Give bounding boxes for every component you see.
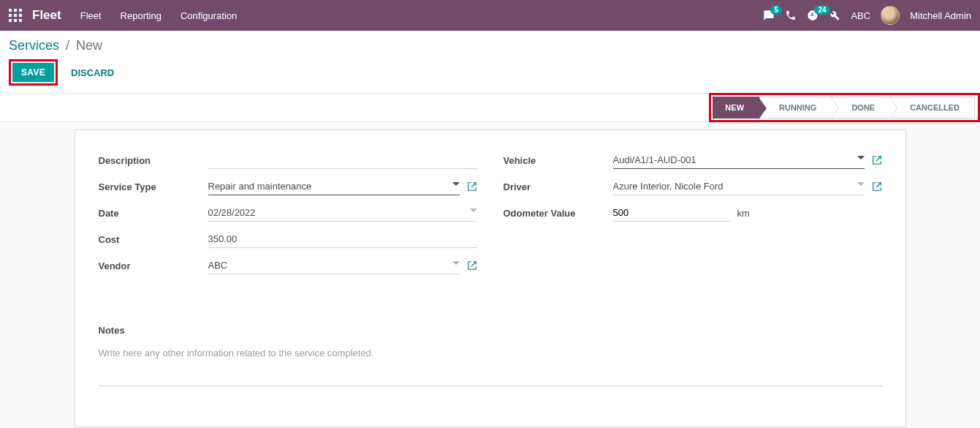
- left-column: Description Service Type D: [99, 151, 477, 282]
- messages-button[interactable]: 5: [763, 10, 775, 21]
- notes-textarea[interactable]: [99, 345, 882, 386]
- statusbar-highlight: NEW RUNNING DONE CANCELLED: [709, 93, 980, 122]
- form-area: Description Service Type D: [0, 122, 980, 427]
- date-label: Date: [99, 208, 208, 219]
- svg-rect-4: [14, 14, 17, 17]
- status-done[interactable]: DONE: [832, 97, 890, 119]
- save-highlight: SAVE: [9, 59, 58, 86]
- menu-configuration[interactable]: Configuration: [181, 10, 237, 21]
- svg-rect-8: [19, 19, 22, 22]
- breadcrumb-root[interactable]: Services: [9, 38, 59, 53]
- description-label: Description: [99, 155, 208, 166]
- odometer-unit: km: [737, 208, 750, 219]
- description-input[interactable]: [208, 151, 477, 169]
- service-type-input[interactable]: [208, 178, 460, 195]
- phone-button[interactable]: [785, 10, 797, 21]
- status-cancelled[interactable]: CANCELLED: [890, 97, 975, 119]
- status-row: NEW RUNNING DONE CANCELLED: [0, 94, 980, 122]
- breadcrumb: Services / New: [9, 38, 971, 53]
- vehicle-external-link[interactable]: [872, 155, 882, 165]
- notes-heading: Notes: [99, 325, 882, 336]
- messages-badge: 5: [770, 5, 782, 15]
- notes-section: Notes: [99, 325, 882, 388]
- driver-external-link[interactable]: [872, 181, 882, 192]
- right-column: Vehicle Driver: [504, 151, 882, 282]
- phone-icon: [785, 10, 797, 21]
- driver-input[interactable]: [613, 178, 865, 195]
- menu-reporting[interactable]: Reporting: [121, 10, 162, 21]
- status-running[interactable]: RUNNING: [759, 97, 832, 119]
- menu-fleet[interactable]: Fleet: [80, 10, 102, 21]
- status-new[interactable]: NEW: [713, 97, 759, 119]
- svg-rect-3: [9, 14, 12, 17]
- form-sheet: Description Service Type D: [75, 129, 906, 427]
- app-brand[interactable]: Fleet: [32, 8, 61, 23]
- save-button[interactable]: SAVE: [12, 63, 54, 82]
- wrench-icon: [829, 10, 840, 21]
- breadcrumb-current: New: [76, 38, 102, 53]
- user-menu[interactable]: Mitchell Admin: [910, 10, 971, 21]
- external-link-icon: [872, 181, 882, 192]
- external-link-icon: [872, 155, 882, 165]
- odometer-label: Odometer Value: [504, 208, 613, 219]
- company-switcher[interactable]: ABC: [851, 10, 870, 21]
- external-link-icon: [467, 181, 477, 192]
- vendor-external-link[interactable]: [467, 260, 477, 271]
- cost-input[interactable]: [208, 230, 477, 248]
- top-nav: Fleet Fleet Reporting Configuration 5 24…: [0, 0, 980, 31]
- date-input[interactable]: [208, 204, 477, 222]
- apps-icon[interactable]: [9, 9, 22, 22]
- control-bar: Services / New SAVE DISCARD: [0, 31, 980, 94]
- svg-rect-5: [19, 14, 22, 17]
- vendor-input[interactable]: [208, 257, 460, 274]
- vendor-label: Vendor: [99, 260, 208, 271]
- driver-label: Driver: [504, 181, 613, 192]
- activities-badge: 24: [814, 5, 829, 15]
- topbar-right: 5 24 ABC Mitchell Admin: [763, 6, 971, 25]
- user-avatar[interactable]: [881, 6, 900, 25]
- svg-rect-0: [9, 9, 12, 12]
- svg-rect-7: [14, 19, 17, 22]
- vehicle-label: Vehicle: [504, 155, 613, 166]
- cost-label: Cost: [99, 234, 208, 245]
- status-bar: NEW RUNNING DONE CANCELLED: [713, 97, 975, 119]
- service-type-label: Service Type: [99, 181, 208, 192]
- activities-button[interactable]: 24: [807, 10, 818, 21]
- external-link-icon: [467, 260, 477, 271]
- breadcrumb-sep: /: [66, 38, 69, 53]
- svg-rect-1: [14, 9, 17, 12]
- debug-button[interactable]: [829, 10, 840, 21]
- vehicle-input[interactable]: [613, 151, 865, 169]
- discard-button[interactable]: DISCARD: [65, 63, 120, 83]
- svg-rect-2: [19, 9, 22, 12]
- svg-rect-6: [9, 19, 12, 22]
- service-type-external-link[interactable]: [467, 181, 477, 192]
- main-menu: Fleet Reporting Configuration: [80, 10, 238, 21]
- odometer-input[interactable]: [613, 204, 730, 222]
